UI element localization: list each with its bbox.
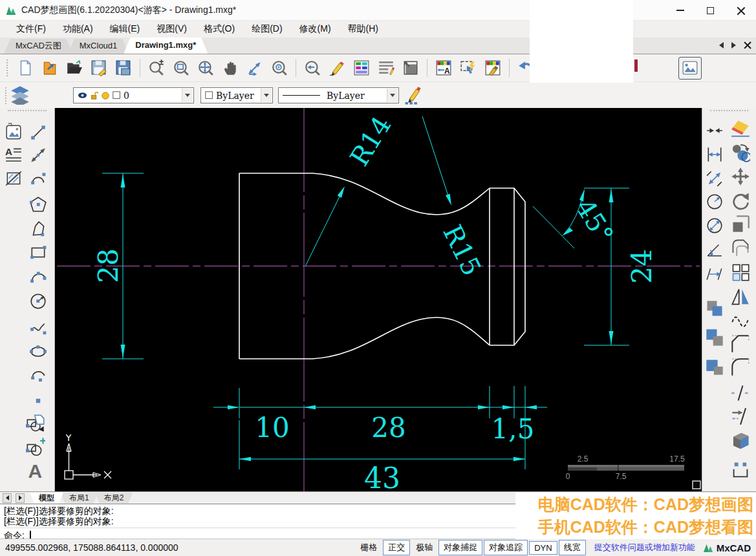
drawing-canvas[interactable]: 28 24 45° R14 R15 10 28 1,5 43 Y [55,108,702,491]
copy-clip-button[interactable] [704,297,726,319]
layout-tab-1[interactable]: 布局1 [60,493,98,504]
raster-image-button[interactable] [3,121,25,143]
layout-next-button[interactable] [16,493,25,503]
toolbar-grip[interactable] [6,59,8,76]
tab-close-icon[interactable] [744,41,751,48]
zoom-window-button[interactable] [169,57,193,80]
mirror-button[interactable] [729,286,751,308]
rectangle-button[interactable] [27,241,49,263]
circle-button[interactable] [27,290,49,312]
menu-view[interactable]: 视图(V) [148,21,195,37]
dim-diameter-button[interactable] [704,215,726,237]
dim-angular-button[interactable] [704,239,726,261]
rail-grip[interactable] [710,110,748,111]
toggle-osnap[interactable]: 对象捕捉 [438,540,482,555]
tab-mxcloud1[interactable]: MxCloud1 [68,39,129,54]
menu-function[interactable]: 功能(A) [54,21,102,37]
line-button[interactable] [27,121,49,143]
layout-prev-button[interactable] [3,493,12,503]
menu-draw[interactable]: 绘图(D) [243,21,290,37]
layout-tab-2[interactable]: 布局2 [95,493,133,504]
toggle-lineweight[interactable]: 线宽 [559,540,586,555]
dim-linear-button[interactable] [704,144,726,166]
toggle-polar[interactable]: 极轴 [411,540,437,555]
text-style-button[interactable] [374,57,398,80]
arc-segment-button[interactable] [27,364,49,386]
rail-grip[interactable] [8,110,47,111]
open-cloud-button[interactable] [38,57,61,80]
toggle-grid[interactable]: 栅格 [356,540,382,555]
canvas-resize-grip[interactable] [693,481,700,489]
break-at-point-button[interactable] [704,120,726,142]
linetype-select[interactable]: ByLayer [278,87,399,103]
feedback-link[interactable]: 提交软件问题或增加新功能 [594,542,695,553]
point-button[interactable] [27,390,49,412]
match-properties-button[interactable] [481,57,504,80]
move-button[interactable] [729,166,751,187]
close-button[interactable] [726,0,756,21]
maximize-button[interactable] [695,0,726,21]
tab-scroll-right-icon[interactable] [731,42,736,48]
color-palette-button[interactable] [350,57,373,80]
save-as-button[interactable] [112,57,135,80]
toggle-ortho[interactable]: 正交 [383,540,410,555]
ellipse-button[interactable] [27,341,49,363]
zoom-extents-button[interactable] [194,57,217,80]
layer-dropdown-icon[interactable] [182,89,193,102]
color-select[interactable]: ByLayer [200,87,273,103]
open-file-button[interactable] [63,57,86,80]
toggle-dyn[interactable]: DYN [529,541,557,555]
menu-file[interactable]: 文件(F) [8,21,54,37]
zoom-dynamic-button[interactable] [145,57,168,80]
insert-block-button[interactable] [25,412,47,434]
break-button[interactable] [729,382,751,404]
text-button[interactable]: A [25,459,47,481]
create-block-button[interactable] [25,436,47,458]
construction-line-button[interactable] [27,144,49,166]
zoom-center-button[interactable] [268,57,291,80]
pan-button[interactable] [219,57,242,80]
layers-button[interactable] [10,85,30,107]
menu-help[interactable]: 帮助(H) [340,21,387,37]
scale-button[interactable] [729,213,751,235]
layer-manager-button[interactable]: A [432,57,455,80]
layout-tab-model[interactable]: 模型 [30,493,63,504]
lineweight-button[interactable] [404,85,422,107]
linetype-dropdown-icon[interactable] [387,89,398,102]
menu-format[interactable]: 格式(O) [195,21,243,37]
irregular-polygon-button[interactable] [27,218,49,240]
minimize-button[interactable] [665,0,695,21]
viewport-button[interactable] [399,57,422,80]
offset-button[interactable] [729,237,751,259]
dim-continue-button[interactable] [704,263,726,285]
quick-select-button[interactable] [457,57,480,80]
explode-button[interactable] [729,459,751,481]
fillet-button[interactable] [729,356,751,378]
hatch-button[interactable] [3,167,25,189]
erase-button[interactable] [729,117,751,139]
menu-edit[interactable]: 编辑(E) [102,21,149,37]
array-button[interactable] [729,261,751,283]
zoom-previous-button[interactable] [301,57,324,80]
copy-button[interactable] [729,142,751,164]
save-button[interactable] [87,57,111,80]
arc-button[interactable] [27,266,49,288]
insert-image-button[interactable] [678,57,702,80]
toolbar-grip[interactable] [5,87,7,104]
multiline-text-button[interactable]: A [3,144,25,166]
menu-modify[interactable]: 修改(M) [291,21,340,37]
toggle-otrack[interactable]: 对象追踪 [484,540,528,555]
copy-with-base-button[interactable] [704,326,726,348]
layer-select[interactable]: 0 [73,87,194,103]
tab-scroll-left-icon[interactable] [719,42,724,48]
trim-button[interactable] [729,405,751,427]
tab-drawing1[interactable]: Drawing1.mxg* [124,37,208,54]
chamfer-button[interactable] [729,333,751,355]
dim-radius-button[interactable] [704,191,726,213]
polygon-button[interactable] [27,193,49,215]
spline-button[interactable] [27,316,49,338]
dim-aligned-button[interactable] [704,167,726,189]
tab-mxcad-cloud[interactable]: MxCAD云图 [4,39,73,54]
zoom-scale-button[interactable] [243,57,266,80]
paste-button[interactable] [704,356,726,378]
